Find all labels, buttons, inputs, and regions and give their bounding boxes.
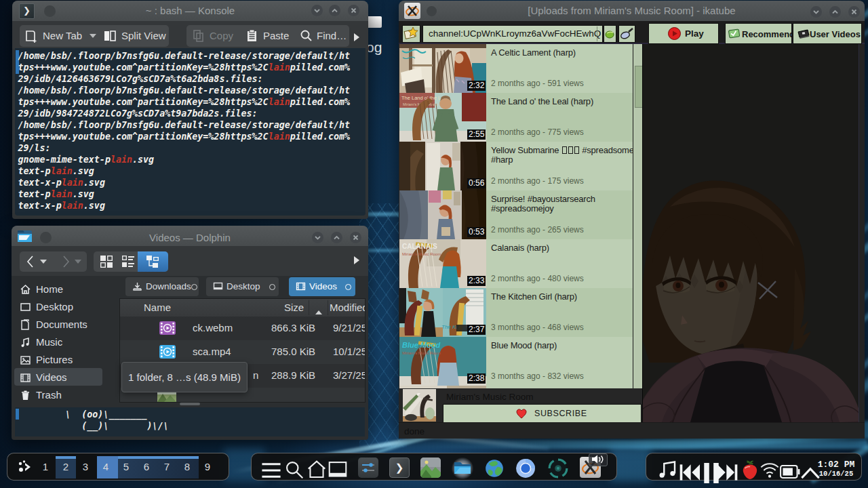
svg-text:Miriam's Music Room: Miriam's Music Room: [402, 351, 441, 355]
svg-text:Blue Mood: Blue Mood: [402, 341, 440, 349]
svg-text:CALANAIS: CALANAIS: [402, 243, 437, 250]
svg-text:Miriam's Music Room: Miriam's Music Room: [402, 252, 441, 256]
